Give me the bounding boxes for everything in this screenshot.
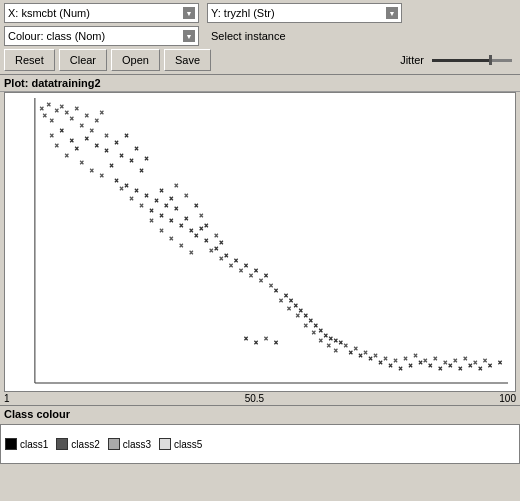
svg-text:×: × — [327, 342, 331, 349]
svg-text:×: × — [90, 167, 94, 174]
svg-text:×: × — [139, 202, 143, 209]
clear-button[interactable]: Clear — [59, 49, 107, 71]
svg-text:×: × — [254, 267, 258, 274]
class-colour-title: Class colour — [4, 408, 70, 420]
svg-text:×: × — [264, 272, 268, 279]
svg-text:×: × — [90, 127, 94, 134]
svg-text:×: × — [428, 362, 432, 369]
svg-text:×: × — [279, 297, 283, 304]
svg-text:×: × — [259, 277, 263, 284]
toolbar-row-2: Colour: class (Nom) ▼ Select instance — [4, 26, 516, 46]
svg-text:×: × — [304, 312, 308, 319]
y-axis-arrow: ▼ — [386, 7, 398, 19]
svg-text:×: × — [169, 195, 173, 202]
svg-text:×: × — [159, 227, 163, 234]
svg-text:×: × — [468, 362, 472, 369]
svg-text:×: × — [80, 159, 84, 166]
svg-text:×: × — [359, 352, 363, 359]
svg-text:×: × — [388, 362, 392, 369]
svg-text:×: × — [85, 112, 89, 119]
svg-text:×: × — [120, 185, 124, 192]
svg-text:×: × — [199, 212, 203, 219]
svg-text:×: × — [339, 339, 343, 346]
colour-item-class2: class2 — [56, 438, 99, 450]
x-axis-arrow: ▼ — [183, 7, 195, 19]
svg-text:×: × — [364, 349, 368, 356]
plot-title: Plot: datatraining2 — [0, 75, 520, 92]
svg-text:×: × — [125, 182, 129, 189]
svg-text:×: × — [448, 362, 452, 369]
colour-label: Colour: class (Nom) — [8, 30, 105, 42]
jitter-slider[interactable] — [432, 59, 512, 62]
svg-text:×: × — [408, 362, 412, 369]
colour-dropdown[interactable]: Colour: class (Nom) ▼ — [4, 26, 199, 46]
svg-text:×: × — [70, 115, 74, 122]
svg-text:×: × — [159, 187, 163, 194]
open-button[interactable]: Open — [111, 49, 160, 71]
svg-text:×: × — [189, 227, 193, 234]
svg-text:×: × — [379, 359, 383, 366]
svg-text:×: × — [75, 145, 79, 152]
svg-text:×: × — [289, 297, 293, 304]
svg-text:×: × — [179, 242, 183, 249]
colour-box-class5 — [159, 438, 171, 450]
svg-text:×: × — [344, 342, 348, 349]
svg-text:×: × — [463, 355, 467, 362]
svg-text:×: × — [309, 317, 313, 324]
svg-text:×: × — [423, 357, 427, 364]
svg-text:×: × — [164, 202, 168, 209]
save-button[interactable]: Save — [164, 49, 211, 71]
svg-text:×: × — [443, 359, 447, 366]
svg-text:×: × — [249, 272, 253, 279]
svg-text:×: × — [219, 239, 223, 246]
svg-text:×: × — [264, 335, 268, 342]
svg-text:×: × — [284, 292, 288, 299]
svg-text:×: × — [418, 359, 422, 366]
x-axis-max: 100 — [499, 393, 516, 404]
svg-text:×: × — [413, 352, 417, 359]
svg-text:×: × — [209, 247, 213, 254]
svg-text:×: × — [144, 155, 148, 162]
svg-text:×: × — [65, 152, 69, 159]
x-axis-labels: 1 50.5 100 — [0, 392, 520, 405]
colour-item-class1: class1 — [5, 438, 48, 450]
colour-box-class1 — [5, 438, 17, 450]
svg-text:×: × — [329, 335, 333, 342]
svg-text:×: × — [115, 177, 119, 184]
svg-text:×: × — [194, 232, 198, 239]
svg-text:×: × — [60, 103, 64, 110]
x-axis-mid: 50.5 — [245, 393, 264, 404]
toolbar: X: ksmcbt (Num) ▼ Y: tryzhl (Str) ▼ Colo… — [0, 0, 520, 75]
svg-text:×: × — [374, 352, 378, 359]
svg-text:×: × — [244, 335, 248, 342]
svg-text:×: × — [43, 112, 47, 119]
svg-text:×: × — [194, 202, 198, 209]
svg-text:×: × — [50, 132, 54, 139]
svg-text:×: × — [169, 217, 173, 224]
svg-text:×: × — [130, 195, 134, 202]
y-axis-dropdown[interactable]: Y: tryzhl (Str) ▼ — [207, 3, 402, 23]
svg-text:×: × — [393, 357, 397, 364]
svg-text:×: × — [174, 182, 178, 189]
svg-text:×: × — [334, 347, 338, 354]
reset-button[interactable]: Reset — [4, 49, 55, 71]
svg-text:×: × — [115, 139, 119, 146]
svg-text:×: × — [65, 109, 69, 116]
class-colour-section: Class colour — [0, 405, 520, 422]
svg-text:×: × — [458, 365, 462, 372]
svg-text:×: × — [349, 349, 353, 356]
svg-text:×: × — [234, 257, 238, 264]
svg-text:×: × — [254, 339, 258, 346]
svg-text:×: × — [214, 232, 218, 239]
svg-text:×: × — [85, 135, 89, 142]
svg-text:×: × — [224, 252, 228, 259]
svg-text:×: × — [244, 262, 248, 269]
plot-area: × × × × × × × × × × × × × × × × × × × × … — [4, 92, 516, 392]
svg-text:×: × — [95, 142, 99, 149]
svg-text:×: × — [498, 359, 502, 366]
colour-item-class3: class3 — [108, 438, 151, 450]
svg-text:×: × — [473, 359, 477, 366]
svg-text:×: × — [219, 255, 223, 262]
x-axis-dropdown[interactable]: X: ksmcbt (Num) ▼ — [4, 3, 199, 23]
svg-text:×: × — [483, 357, 487, 364]
